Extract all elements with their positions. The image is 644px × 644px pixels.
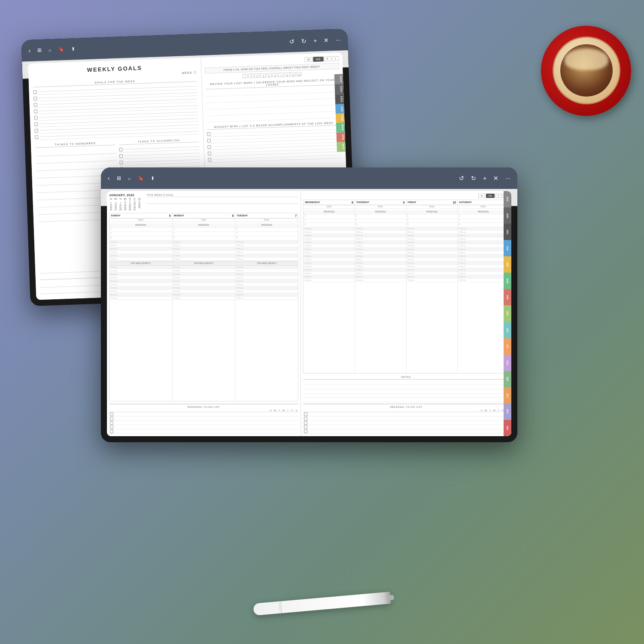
back-tab-jan[interactable]: JAN (335, 104, 344, 113)
rating-8[interactable]: 8 (285, 73, 290, 77)
rtodo-cb-4[interactable] (304, 425, 307, 429)
rating-3[interactable]: 3 (255, 73, 260, 78)
thu-t1: 07:00 am (355, 227, 406, 231)
mood-we[interactable]: WE (313, 57, 324, 62)
front-nav-share-icon[interactable]: ⬆ (149, 174, 156, 183)
back-nav-grid-icon[interactable]: ⊞ (36, 46, 44, 55)
win-cb-4[interactable] (207, 152, 211, 155)
todo-cb-4[interactable] (110, 425, 113, 429)
rtodo-cb-3[interactable] (304, 421, 307, 425)
todo-cb-2[interactable] (110, 417, 113, 420)
back-tab-2020[interactable]: 2020 (334, 84, 343, 94)
front-tab-sep[interactable]: SEP (504, 371, 511, 387)
thu-t6: 12:00 pm (355, 244, 406, 248)
front-mood-we[interactable]: WE (486, 194, 495, 198)
rating-1[interactable]: 1 (243, 74, 248, 78)
front-tab-jul[interactable]: JUL (504, 338, 511, 355)
saturday-column: SATURDAY 11 GOAL PRIORITIES 1. 2. 3. 07:… (458, 200, 509, 373)
front-nav-close-icon[interactable]: ✕ (492, 173, 500, 183)
back-tab-feb[interactable]: FEB (336, 113, 345, 123)
back-nav-redo-icon[interactable]: ↻ (300, 36, 309, 46)
task-cb-1[interactable] (119, 148, 122, 151)
back-nav-share-icon[interactable]: ⬆ (70, 44, 77, 54)
back-nav-back-icon[interactable]: ‹ (27, 46, 33, 56)
mon-t3: 09:00 am (173, 247, 235, 251)
rating-9[interactable]: 9 (291, 72, 296, 76)
mood-m[interactable]: M (305, 57, 313, 62)
tue-t15: 09:00 pm (235, 293, 298, 297)
planner-left-header: JANUARY, 2020 Su Mo Tu We Th Fr Sa (109, 194, 298, 211)
rating-6[interactable]: 6 (273, 73, 278, 77)
back-tab-2019[interactable]: 2019 (334, 74, 343, 84)
back-tab-mar[interactable]: MAR (336, 122, 345, 133)
rating-7[interactable]: 7 (279, 73, 284, 77)
back-nav-bookmark-icon[interactable]: 🔖 (57, 45, 67, 54)
front-tab-feb[interactable]: FEB (504, 256, 511, 273)
goal-checkbox-1[interactable] (33, 90, 36, 94)
back-nav-add-icon[interactable]: + (312, 35, 319, 46)
front-tablet-inner: JANUARY, 2020 Su Mo Tu We Th Fr Sa (107, 191, 511, 436)
wed-t6: 12:00 pm (304, 244, 355, 248)
rtodo-cb-1[interactable] (304, 413, 307, 416)
tue-t1: 07:00 am (235, 240, 298, 244)
todo-cb-3[interactable] (110, 421, 113, 425)
back-nav-close-icon[interactable]: ✕ (322, 35, 331, 46)
front-tab-apr[interactable]: APR (504, 289, 511, 305)
thursday-header: THURSDAY 9 (355, 200, 406, 205)
win-cb-5[interactable] (208, 158, 211, 161)
back-nav-search-icon[interactable]: ⌕ (47, 46, 54, 55)
front-tab-oct[interactable]: OCT (504, 387, 511, 404)
goal-checkbox-4[interactable] (34, 109, 37, 113)
todo-cb-5[interactable] (110, 430, 113, 433)
task-cb-2[interactable] (119, 154, 123, 158)
rtodo-cb-5[interactable] (304, 430, 307, 433)
friday-priorities-header: PRIORITIES (407, 210, 458, 214)
front-tab-dec[interactable]: DEC (504, 420, 511, 436)
rating-2[interactable]: 2 (249, 74, 254, 78)
front-tab-2021[interactable]: 2021 (504, 224, 511, 240)
front-mood-m[interactable]: M (478, 194, 485, 198)
goal-checkbox-3[interactable] (34, 103, 37, 106)
back-tab-2021[interactable]: 2021 (335, 94, 344, 104)
goal-checkbox-8[interactable] (35, 135, 38, 139)
front-tab-aug[interactable]: AUG (504, 355, 511, 371)
front-nav-undo-icon[interactable]: ↺ (457, 173, 466, 183)
rating-5[interactable]: 5 (267, 73, 272, 77)
back-tab-apr[interactable]: APR (336, 133, 345, 143)
front-nav-add-icon[interactable]: + (481, 173, 488, 183)
back-nav-undo-icon[interactable]: ↺ (288, 36, 297, 47)
front-tab-mar[interactable]: MAR (504, 273, 511, 289)
win-cb-2[interactable] (207, 139, 210, 142)
front-tab-may[interactable]: MAY (504, 305, 511, 322)
rating-4[interactable]: 4 (261, 73, 266, 78)
front-mood-f[interactable]: F (495, 194, 502, 198)
rtodo-cb-2[interactable] (304, 417, 307, 420)
front-nav-back-icon[interactable]: ‹ (106, 173, 112, 183)
front-tab-jan[interactable]: JAN (504, 240, 511, 256)
back-nav-more-icon[interactable]: ··· (334, 34, 343, 45)
sun-t10: 04:00 pm (109, 276, 172, 279)
goal-checkbox-7[interactable] (35, 129, 38, 132)
sun-t5: 11:00 am (109, 254, 172, 258)
goal-checkbox-2[interactable] (33, 97, 37, 100)
mood-f[interactable]: F (324, 56, 331, 61)
goal-checkbox-5[interactable] (34, 116, 38, 119)
front-tab-jun[interactable]: JUN (504, 322, 511, 338)
task-cb-3[interactable] (119, 161, 123, 164)
mood-plus[interactable]: + (332, 56, 339, 61)
front-tab-2020[interactable]: 2020 (504, 207, 511, 224)
goal-checkbox-6[interactable] (34, 122, 38, 126)
win-cb-1[interactable] (207, 132, 210, 136)
wed-t16: 10:00 pm (304, 279, 355, 282)
front-tab-2019[interactable]: 2019 (504, 191, 511, 207)
rating-10[interactable]: 10 (297, 72, 302, 76)
back-tab-may[interactable]: MAY (337, 142, 346, 152)
front-tab-nov[interactable]: NOV (504, 404, 511, 420)
front-nav-more-icon[interactable]: ··· (504, 173, 512, 183)
todo-cb-1[interactable] (110, 413, 113, 416)
front-nav-search-icon[interactable]: ⌕ (126, 174, 133, 182)
front-nav-redo-icon[interactable]: ↻ (469, 173, 478, 183)
win-cb-3[interactable] (207, 145, 211, 149)
front-nav-bookmark-icon[interactable]: 🔖 (136, 174, 146, 183)
front-nav-grid-icon[interactable]: ⊞ (115, 173, 123, 183)
